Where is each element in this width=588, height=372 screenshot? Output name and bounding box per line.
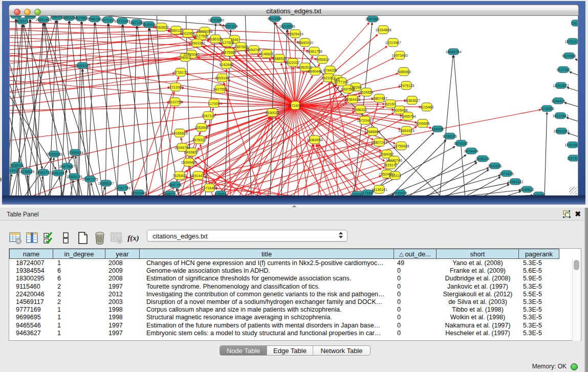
- network-window-titlebar[interactable]: citations_edges.txt: [9, 5, 579, 16]
- graph-edge: [9, 37, 309, 51]
- table-row[interactable]: 1456911722003Disruption of a novel membe…: [9, 298, 573, 306]
- graph-node-label: 3215958: [540, 107, 554, 111]
- column-header-in_degree[interactable]: in_degree: [53, 249, 105, 259]
- cell-name: 18300295: [9, 275, 53, 283]
- window-resize-grip[interactable]: [569, 187, 577, 194]
- table-header-row: namein_degreeyeartitle△out_de...shortpag…: [9, 249, 559, 259]
- column-header-year[interactable]: year: [105, 249, 140, 259]
- cell-title: Changes of HCN gene expression and I(f) …: [140, 259, 394, 268]
- table-row[interactable]: 911546021997Tourette syndrome. Phenomeno…: [9, 283, 573, 291]
- graph-node-label: 6966160: [88, 17, 101, 21]
- graph-node-label: 7485063: [397, 70, 410, 74]
- table-settings-button[interactable]: [8, 230, 22, 246]
- table-row[interactable]: 946554611997Estimation of the future num…: [9, 322, 573, 330]
- graph-node-label: 10973493: [391, 54, 407, 57]
- graph-node-label: 16210643: [552, 114, 568, 118]
- graph-node-label: 2803144: [215, 76, 229, 80]
- cell-year: 2008: [105, 275, 140, 283]
- cell-out_de: 0: [394, 298, 437, 307]
- cell-pagerank: 5.3E-5: [519, 306, 559, 314]
- graph-node-label: 9329966: [562, 54, 576, 58]
- graph-node-label: 10688609: [364, 130, 380, 134]
- column-header-label: title: [262, 250, 272, 258]
- cell-title: Embryonic stem cells: a model to study s…: [140, 330, 394, 338]
- cell-in_degree: 1: [53, 259, 105, 268]
- cell-year: 2008: [105, 259, 140, 268]
- column-header-pagerank[interactable]: pagerank: [519, 249, 559, 259]
- table-row[interactable]: 1830029562008Estimation of significance …: [9, 275, 573, 282]
- table-row[interactable]: 977716911998Corpus callosum shape and si…: [9, 306, 573, 314]
- network-graph-container: 1605814055713180432069140623993791065325…: [9, 16, 578, 195]
- graph-node-label: 18807249: [371, 141, 387, 144]
- select-functions-button[interactable]: [42, 230, 56, 246]
- collapsed-panel-arrow-icon[interactable]: [0, 177, 3, 182]
- column-header-label: in_degree: [64, 250, 94, 258]
- graph-node-label: 3915411: [9, 169, 19, 172]
- table-row[interactable]: 1872400712008Changes of HCN gene express…: [9, 259, 573, 267]
- table-vertical-scrollbar[interactable]: [572, 259, 580, 341]
- cell-title: Corpus callosum shape and size in male p…: [140, 306, 394, 314]
- column-header-title[interactable]: title: [140, 249, 394, 259]
- graph-edge: [568, 133, 578, 138]
- graph-node-label: 23226058: [197, 30, 212, 33]
- table-toolbar: f(x): [8, 227, 140, 249]
- graph-node-label: 9099695: [416, 122, 429, 125]
- column-header-label: pagerank: [525, 250, 553, 258]
- memory-status-icon[interactable]: [571, 363, 578, 370]
- network-window[interactable]: citations_edges.txt 16058140557131804320…: [9, 5, 579, 195]
- tab-node-table[interactable]: Node Table: [220, 346, 267, 355]
- float-panel-icon[interactable]: [563, 210, 571, 218]
- close-panel-icon[interactable]: ✖: [575, 210, 581, 218]
- graph-node-label: 1362615: [298, 65, 312, 69]
- graph-node-label: 9146821: [259, 52, 273, 56]
- cell-out_de: 0: [394, 283, 437, 291]
- graph-node-label: 7625402: [172, 174, 186, 178]
- import-table-disabled-button[interactable]: [110, 230, 123, 246]
- graph-node-label: 14136141: [371, 188, 387, 191]
- tab-edge-table[interactable]: Edge Table: [267, 346, 313, 355]
- table-panel-title: Table Panel: [7, 211, 39, 218]
- cell-pagerank: 5.9E-5: [519, 275, 559, 283]
- graph-node-label: 12975125: [398, 84, 414, 87]
- cell-out_de: 0: [394, 306, 437, 314]
- graph-node-label: 12213389: [167, 85, 183, 89]
- table-row[interactable]: 1938455462009Genome-wide association stu…: [9, 267, 573, 275]
- tab-network-table[interactable]: Network Table: [313, 346, 370, 355]
- cell-title: Disruption of a novel member of a sodium…: [140, 298, 394, 307]
- delete-button[interactable]: [93, 230, 106, 246]
- graph-node-label: 18724007: [287, 104, 303, 107]
- show-columns-button[interactable]: [25, 230, 39, 246]
- graph-node-label: 7935001: [10, 164, 24, 167]
- tab-label: Network Table: [320, 347, 362, 355]
- table-row[interactable]: 946362711997Embryonic stem cells: a mode…: [9, 330, 573, 337]
- graph-node-label: 10154808: [375, 28, 391, 32]
- graph-edge: [124, 192, 127, 196]
- column-header-out_de[interactable]: △out_de...: [394, 249, 437, 259]
- graph-node-label: 1610755: [168, 100, 182, 104]
- graph-node-label: 16046766: [174, 146, 190, 149]
- scrollbar-thumb[interactable]: [574, 260, 579, 270]
- table-row[interactable]: 2242004622012Investigating the contribut…: [9, 291, 573, 298]
- column-header-name[interactable]: name: [9, 249, 53, 259]
- graph-node-label: 13525419: [287, 32, 303, 36]
- table-row[interactable]: 969969511998Structural magnetic resonanc…: [9, 314, 573, 321]
- network-canvas[interactable]: 1605814055713180432069140623993791065325…: [9, 16, 578, 195]
- new-file-button[interactable]: [76, 230, 90, 246]
- cell-pagerank: 5.6E-5: [519, 267, 559, 275]
- graph-node-label: 10807487: [371, 97, 387, 100]
- row-height-button[interactable]: [59, 230, 73, 246]
- table-panel: Table Panel ✖ f(x) citations_edges.txt n…: [0, 208, 588, 372]
- graph-node-label: 164095: [431, 127, 443, 131]
- tab-label: Node Table: [227, 347, 260, 355]
- table-selector-combobox[interactable]: citations_edges.txt: [147, 230, 347, 242]
- combo-stepper-icon: [339, 232, 343, 238]
- cell-name: 14569117: [9, 298, 53, 307]
- function-builder-button[interactable]: f(x): [126, 230, 140, 246]
- graph-node-label: 9115460: [420, 105, 434, 109]
- cell-name: 22420046: [9, 291, 53, 299]
- column-header-short[interactable]: short: [437, 249, 519, 259]
- graph-edge: [91, 183, 95, 196]
- graph-node-label: 10654112: [508, 180, 524, 184]
- divider-collapse-handle[interactable]: [292, 205, 297, 207]
- cell-name: 9465546: [9, 322, 53, 330]
